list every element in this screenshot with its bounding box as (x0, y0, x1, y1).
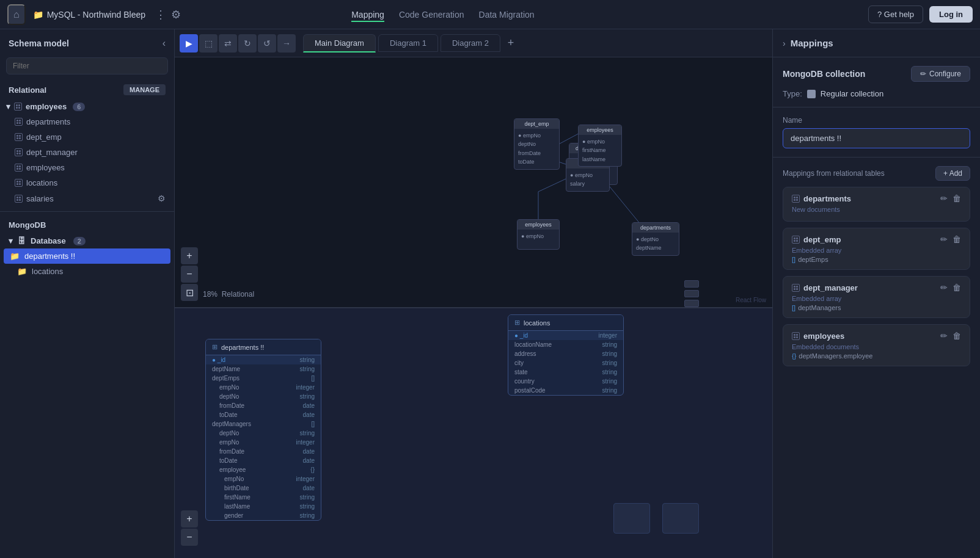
login-button[interactable]: Log in (929, 6, 973, 23)
loc-field-address: addressstring (508, 349, 623, 358)
name-input[interactable] (783, 128, 970, 148)
manage-button[interactable]: MANAGE (123, 84, 166, 95)
toolbar-redo-button[interactable]: ↻ (238, 34, 257, 53)
nav-mapping[interactable]: Mapping (351, 7, 384, 22)
edit-icon[interactable]: ✏ (940, 194, 948, 203)
mongo-node-departments-header: ⊞ departments !! (206, 339, 321, 355)
sidebar-label-dept-manager: dept_manager (26, 148, 78, 157)
zoom-label-upper: 18% Relational (203, 290, 254, 299)
add-mapping-button[interactable]: + Add (935, 166, 970, 181)
mongo-node-departments[interactable]: ⊞ departments !! ● _idstring deptNamestr… (205, 339, 321, 521)
zoom-out-upper[interactable]: − (181, 266, 198, 283)
sidebar-item-locations[interactable]: locations (0, 175, 174, 190)
zoom-in-upper[interactable]: + (181, 247, 198, 264)
dept-field-todate2: toDatedate (206, 456, 321, 465)
tab-diagram-1[interactable]: Diagram 1 (378, 34, 438, 52)
sidebar-filter-container (0, 55, 174, 81)
sidebar-item-dept-emp[interactable]: dept_emp (0, 129, 174, 145)
mappings-panel: › Mappings MongoDB collection ✏ Configur… (772, 29, 980, 558)
toolbar-buttons: ▶ ⬚ ⇄ ↻ ↺ → (180, 34, 296, 53)
sidebar-item-departments[interactable]: departments (0, 114, 174, 129)
node-dept-emp[interactable]: dept_emp ● empNodeptNofromDatetoDate (514, 118, 560, 170)
more-icon[interactable]: ⋮ (155, 8, 166, 21)
delete-icon[interactable]: 🗑 (953, 283, 961, 292)
sidebar-item-employees-parent[interactable]: ▾ employees 6 (0, 99, 174, 114)
sidebar-item-employees[interactable]: employees (0, 160, 174, 175)
add-tab-button[interactable]: + (503, 37, 519, 49)
diagram-area: ▶ ⬚ ⇄ ↻ ↺ → Main Diagram Diagram 1 Diagr… (175, 29, 772, 558)
sidebar-item-locations-mongo[interactable]: 📁 locations (0, 264, 174, 279)
chevron-down-icon: ▾ (9, 236, 13, 245)
mongo-node-departments-title: departments !! (221, 344, 264, 351)
mapping-card-departments: departments ✏ 🗑 New documents (783, 187, 970, 222)
mongodb-section: MongoDB ▾ 🗄 Database 2 📁 departments !! … (0, 211, 174, 279)
folder-icon: 📁 (17, 267, 27, 276)
zoom-out-lower[interactable]: − (181, 529, 198, 546)
table-icon (792, 284, 800, 292)
node-departments[interactable]: departments ● deptNodeptName (632, 222, 679, 256)
sidebar-title: Schema model (9, 38, 69, 48)
zoom-controls-lower: + − (181, 510, 198, 546)
delete-icon[interactable]: 🗑 (953, 331, 961, 341)
sidebar-label-dept-emp: dept_emp (26, 132, 62, 142)
dept-field-deptno2: deptNostring (206, 429, 321, 438)
project-name: MySQL - Northwind Bleep (47, 10, 145, 20)
relational-section-header: Relational MANAGE (0, 81, 174, 99)
configure-label: Configure (929, 70, 961, 78)
sidebar-item-departments-mongo[interactable]: 📁 departments !! (4, 248, 170, 264)
delete-icon[interactable]: 🗑 (953, 194, 961, 203)
card-dept-manager-actions: ✏ 🗑 (940, 283, 961, 292)
tab-diagram-2[interactable]: Diagram 2 (441, 34, 500, 52)
toolbar-forward-button[interactable]: → (277, 34, 296, 53)
delete-icon[interactable]: 🗑 (953, 234, 961, 244)
loc-field-state: statestring (508, 368, 623, 377)
card-employees-sub: Embedded documents (792, 343, 961, 350)
help-button[interactable]: ? Get help (868, 5, 923, 23)
table-icon (15, 148, 23, 156)
edit-icon[interactable]: ✏ (940, 234, 948, 244)
type-value: Regular collection (821, 89, 883, 98)
toolbar-layout-button[interactable]: ⇄ (219, 34, 237, 53)
edit-icon[interactable]: ✏ (940, 283, 948, 292)
connector-svg (175, 57, 772, 307)
pencil-icon: ✏ (920, 70, 926, 78)
toolbar-select-button[interactable]: ▶ (180, 34, 198, 53)
dept-field-empno2: empNointeger (206, 438, 321, 447)
card-dept-emp-sub: Embedded array (792, 247, 961, 254)
toolbar-undo-button[interactable]: ↺ (258, 34, 276, 53)
dept-field-empno3: empNointeger (206, 474, 321, 484)
topbar-actions: ⋮ ⚙ (155, 8, 181, 21)
name-label: Name (783, 116, 970, 125)
zoom-fit-upper[interactable]: ⊡ (181, 284, 198, 301)
tab-main-diagram[interactable]: Main Diagram (303, 34, 376, 53)
node-small1[interactable]: employees ● empNo (517, 219, 560, 250)
lower-diagram[interactable]: ⊞ departments !! ● _idstring deptNamestr… (175, 308, 772, 558)
sidebar-filter-input[interactable] (6, 57, 168, 74)
settings-icon[interactable]: ⚙ (171, 8, 181, 21)
mappings-expand-icon[interactable]: › (783, 38, 786, 48)
mongo-node-locations[interactable]: ⊞ locations ● _idinteger locationNamestr… (508, 314, 624, 396)
sidebar-item-salaries[interactable]: salaries ⚙ (0, 190, 174, 206)
name-section: Name (773, 107, 980, 158)
toolbar-select2-button[interactable]: ⬚ (199, 34, 218, 53)
table-icon (15, 179, 23, 187)
card-employees-detail: {} deptManagers.employee (792, 352, 961, 360)
table-icon (15, 164, 23, 172)
nav-data-migration[interactable]: Data Migration (479, 7, 535, 22)
configure-button[interactable]: ✏ Configure (911, 66, 970, 82)
home-button[interactable]: ⌂ (7, 4, 26, 25)
nav-code-generation[interactable]: Code Generation (399, 7, 464, 22)
table-icon (15, 133, 23, 141)
zoom-in-lower[interactable]: + (181, 510, 198, 527)
array-icon: [] (792, 304, 795, 311)
sidebar-item-database[interactable]: ▾ 🗄 Database 2 (0, 233, 174, 248)
mappings-from-label: Mappings from relational tables (783, 169, 885, 178)
card-dept-manager-name: dept_manager (803, 283, 858, 292)
node-employees[interactable]: employees ● empNofirstNamelastName (578, 125, 622, 167)
sidebar-item-dept-manager[interactable]: dept_manager (0, 145, 174, 160)
react-flow-label: React Flow (736, 297, 766, 303)
upper-diagram[interactable]: dept_emp ● empNodeptNofromDatetoDate dep… (175, 57, 772, 308)
salaries-settings-icon[interactable]: ⚙ (158, 194, 166, 203)
sidebar-collapse-button[interactable]: ‹ (163, 38, 166, 49)
edit-icon[interactable]: ✏ (940, 331, 948, 341)
